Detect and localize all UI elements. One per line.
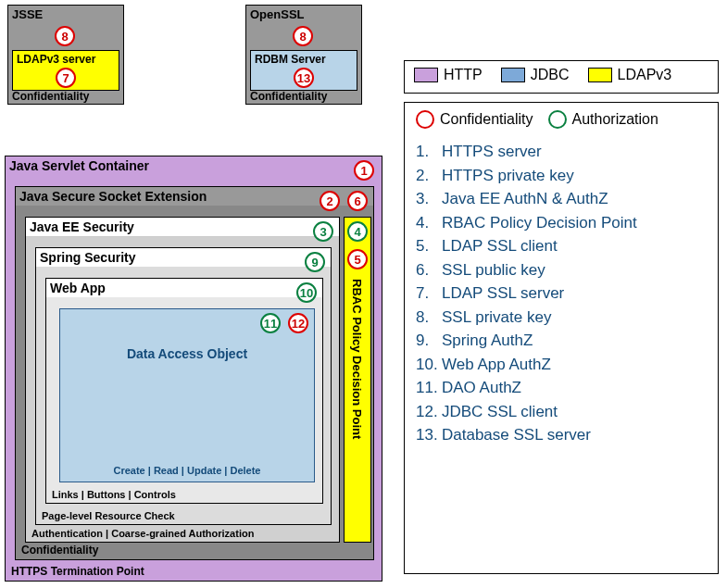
jsse-title: JSSE (8, 6, 123, 23)
legend-item-num: 6. (416, 258, 442, 282)
legend-item-text: HTTPS private key (442, 164, 574, 188)
legend-item-num: 11. (416, 376, 442, 400)
legend-item-text: JDBC SSL client (442, 400, 558, 424)
legend-item: 11.DAO AuthZ (416, 376, 707, 400)
servlet-container-box: Java Servlet Container 1 HTTPS Terminati… (5, 156, 382, 582)
javaee-box: Java EE Security 3 Authentication | Coar… (25, 217, 340, 543)
dao-box: Data Access Object 11 12 Create | Read |… (59, 308, 315, 482)
legend-list: 1.HTTPS server2.HTTPS private key3.Java … (416, 140, 707, 447)
legend-item-text: LDAP SSL client (442, 234, 558, 258)
rbac-circle-4: 4 (347, 221, 368, 242)
legend-item: 1.HTTPS server (416, 140, 707, 164)
rdbm-server-title: RDBM Server (251, 51, 357, 68)
legend-item-num: 10. (416, 353, 442, 377)
legend-item: 2.HTTPS private key (416, 164, 707, 188)
legend-item-text: RBAC Policy Decision Point (442, 211, 637, 235)
legend-item-text: LDAP SSL server (442, 281, 564, 306)
jsse-circle-8: 8 (55, 26, 75, 46)
legend-item-num: 5. (416, 234, 442, 258)
legend-item-text: Java EE AuthN & AuthZ (442, 187, 608, 211)
javaee-circle-3: 3 (313, 221, 333, 242)
legend-item-text: Database SSL server (442, 423, 591, 447)
legend-item-num: 1. (416, 140, 442, 164)
legend-item-num: 4. (416, 211, 442, 235)
legend-jdbc: JDBC (531, 67, 570, 83)
openssl-circle-8: 8 (293, 26, 313, 46)
legend-item-num: 13. (416, 423, 442, 447)
legend-circle-conf (416, 110, 434, 129)
spring-footer: Page-level Resource Check (38, 509, 179, 522)
rbac-box: 4 5 RBAC Policy Decision Point (344, 217, 371, 543)
webapp-box: Web App 10 Links | Buttons | Controls Da… (45, 278, 323, 504)
rdbm-circle-13: 13 (294, 68, 314, 88)
legend-auth: Authorization (572, 111, 658, 128)
rdbm-server-box: RDBM Server 13 (250, 50, 357, 91)
legend-item-num: 9. (416, 329, 442, 353)
ldap-server-box: LDAPv3 server 7 (12, 50, 119, 91)
webapp-title: Web App (46, 279, 322, 297)
legend-item: 3.Java EE AuthN & AuthZ (416, 187, 707, 211)
spring-title: Spring Security (36, 248, 331, 267)
legend-item: 5.LDAP SSL client (416, 234, 707, 258)
legend-item: 6.SSL public key (416, 258, 707, 282)
webapp-footer: Links | Buttons | Controls (48, 488, 180, 501)
jsse-box: JSSE 8 LDAPv3 server 7 Confidentiality (7, 5, 124, 105)
legend-item-num: 12. (416, 400, 442, 424)
rbac-circle-5: 5 (347, 249, 368, 269)
legend-item-text: HTTPS server (442, 140, 542, 164)
ldap-server-title: LDAPv3 server (13, 51, 119, 68)
jsse-ext-circle-6: 6 (347, 191, 368, 211)
ldap-circle-7: 7 (56, 68, 76, 88)
legend-item: 10.Web App AuthZ (416, 353, 707, 377)
dao-crud: Create | Read | Update | Delete (60, 465, 314, 476)
legend-item-text: SSL private key (442, 306, 551, 330)
rbac-title: RBAC Policy Decision Point (350, 279, 364, 538)
legend-item: 13.Database SSL server (416, 423, 707, 447)
legend-item: 4.RBAC Policy Decision Point (416, 211, 707, 235)
legend-item-text: DAO AuthZ (442, 376, 521, 400)
jsse-ext-circle-2: 2 (320, 191, 340, 211)
jsse-ext-box: Java Secure Socket Extension 2 6 Confide… (15, 186, 374, 560)
swatch-http (414, 68, 438, 82)
openssl-box: OpenSSL 8 RDBM Server 13 Confidentiality (245, 5, 362, 105)
swatch-jdbc (501, 68, 525, 82)
legend-conf: Confidentiality (440, 111, 533, 128)
legend-circle-auth (548, 110, 567, 129)
webapp-circle-10: 10 (296, 282, 317, 303)
javaee-footer: Authentication | Coarse-grained Authoriz… (28, 527, 257, 540)
servlet-container-title: Java Servlet Container (6, 156, 382, 175)
legend-item: 9.Spring AuthZ (416, 329, 707, 353)
legend-item-text: SSL public key (442, 258, 545, 282)
jsse-ext-footer: Confidentiality (18, 543, 102, 557)
servlet-circle-1: 1 (354, 160, 374, 181)
legend-item-text: Web App AuthZ (442, 353, 551, 377)
openssl-title: OpenSSL (246, 6, 361, 23)
javaee-title: Java EE Security (26, 218, 339, 237)
legend-ldap: LDAPv3 (618, 67, 672, 83)
legend-item: 8.SSL private key (416, 306, 707, 330)
legend-item-num: 2. (416, 164, 442, 188)
legend-item-num: 8. (416, 306, 442, 330)
legend-http: HTTP (444, 67, 483, 83)
legend-item-num: 7. (416, 281, 442, 306)
legend-item-num: 3. (416, 187, 442, 211)
legend-item: 12.JDBC SSL client (416, 400, 707, 424)
legend-main: Confidentiality Authorization 1.HTTPS se… (404, 102, 719, 574)
spring-circle-9: 9 (305, 252, 325, 272)
legend-item: 7.LDAP SSL server (416, 281, 707, 306)
swatch-ldap (588, 68, 612, 82)
legend-protocols: HTTP JDBC LDAPv3 (404, 60, 719, 94)
jsse-footer: Confidentiality (8, 89, 93, 104)
spring-box: Spring Security 9 Page-level Resource Ch… (35, 247, 332, 525)
servlet-footer: HTTPS Termination Point (7, 564, 148, 579)
dao-circle-11: 11 (260, 313, 281, 333)
legend-item-text: Spring AuthZ (442, 329, 533, 353)
dao-circle-12: 12 (288, 313, 308, 333)
openssl-footer: Confidentiality (246, 89, 331, 104)
